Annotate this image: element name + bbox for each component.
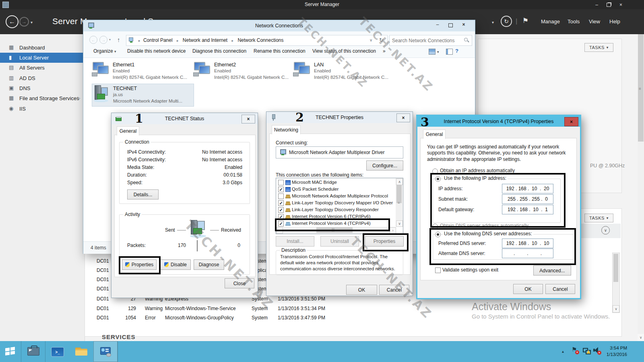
checkbox[interactable]: ✓: [278, 214, 284, 220]
properties-cancel-button[interactable]: Cancel: [379, 285, 409, 295]
explorer-minimize-button[interactable]: –: [432, 22, 443, 29]
radio-use-dns[interactable]: [435, 232, 441, 237]
menu-tools[interactable]: Tools: [568, 19, 580, 25]
connection-items-list[interactable]: Microsoft MAC Bridge ✓QoS Packet Schedul…: [276, 178, 403, 234]
scroll-down-button[interactable]: ∨: [613, 305, 619, 313]
sidebar-item-iis[interactable]: ◉IIS: [0, 104, 85, 114]
toolbar-rename-connection[interactable]: Rename this connection: [254, 48, 305, 54]
diagnose-button[interactable]: Diagnose: [194, 259, 224, 270]
sidebar-item-dns[interactable]: ▣DNS: [0, 83, 85, 93]
history-caret[interactable]: ▾: [109, 38, 111, 41]
ipv4-ok-button[interactable]: OK: [513, 284, 543, 294]
address-refresh-button[interactable]: ↻: [379, 37, 384, 43]
menu-manage[interactable]: Manage: [541, 19, 560, 25]
checkbox[interactable]: [278, 180, 284, 185]
subnet-mask-field[interactable]: 255 . 255 . 255 . 0: [502, 194, 553, 204]
alternate-dns-field[interactable]: . . .: [502, 249, 553, 258]
sidebar-item-file-storage[interactable]: ▦File and Storage Services▷: [0, 93, 85, 103]
tray-clock[interactable]: 3:54 PM 1/13/2016: [602, 345, 627, 358]
forward-button[interactable]: →: [19, 17, 29, 27]
toolbar-overflow[interactable]: »: [383, 48, 386, 54]
uninstall-button[interactable]: Uninstall: [320, 236, 359, 247]
taskbar-server-manager-button[interactable]: [21, 341, 45, 362]
help-icon[interactable]: ?: [455, 48, 458, 54]
default-gateway-field[interactable]: 192 . 168 . 10 . 1: [502, 205, 553, 214]
disable-button[interactable]: Disable: [160, 259, 191, 270]
list-item-ipv4[interactable]: ✓Internet Protocol Version 4 (TCP/IPv4): [276, 220, 395, 227]
ipv4-dialog-close-button[interactable]: ×: [564, 117, 578, 126]
scroll-right-button[interactable]: ›: [390, 227, 396, 234]
scroll-left-button[interactable]: ‹: [277, 227, 283, 234]
nav-dropdown-caret[interactable]: ▾: [31, 20, 33, 25]
tasks-button-events[interactable]: TASKS▾: [584, 214, 613, 222]
connection-technet[interactable]: TECHNET ja.us Microsoft Network Adapter …: [92, 84, 194, 107]
notifications-caret[interactable]: ▾: [492, 20, 494, 25]
list-item-qos[interactable]: ✓QoS Packet Scheduler: [276, 186, 395, 193]
status-close-button[interactable]: Close: [225, 278, 254, 288]
restore-button[interactable]: [603, 1, 615, 8]
refresh-button[interactable]: ↻: [501, 16, 512, 27]
explorer-forward-button[interactable]: →: [99, 36, 107, 44]
scroll-up-button[interactable]: ∧: [396, 179, 403, 185]
notifications-flag-button[interactable]: ⚑: [522, 16, 528, 25]
install-button[interactable]: Install...: [276, 236, 314, 247]
sidebar-item-dashboard[interactable]: ▦Dashboard: [0, 43, 85, 53]
sidebar-item-local-server[interactable]: ▮Local Server: [0, 53, 85, 63]
list-item-mac-bridge[interactable]: Microsoft MAC Bridge: [276, 179, 395, 186]
configure-button[interactable]: Configure...: [366, 160, 403, 171]
menu-view[interactable]: View: [589, 19, 600, 25]
properties-dialog-close-button[interactable]: ×: [396, 113, 410, 122]
view-caret[interactable]: ▾: [437, 50, 439, 54]
menu-help[interactable]: Help: [609, 19, 620, 25]
list-hscrollbar[interactable]: ‹ ||| ›: [276, 227, 396, 233]
crumb-network-internet[interactable]: Network and Internet: [183, 37, 227, 43]
back-button[interactable]: ←: [6, 15, 19, 28]
search-input[interactable]: [391, 37, 461, 44]
checkbox[interactable]: ✓: [278, 221, 284, 226]
radio-obtain-dns[interactable]: [432, 224, 438, 229]
explorer-close-button[interactable]: ×: [458, 22, 470, 29]
close-button[interactable]: ×: [615, 1, 627, 8]
crumb-network-connections[interactable]: Network Connections: [237, 37, 283, 43]
address-dropdown-caret[interactable]: ∨: [369, 38, 372, 42]
checkbox[interactable]: ✓: [278, 207, 284, 213]
advanced-button[interactable]: Advanced...: [533, 265, 571, 276]
list-item-multiplexor[interactable]: Microsoft Network Adapter Multiplexor Pr…: [276, 193, 395, 200]
up-button[interactable]: ↑: [117, 36, 120, 43]
toolbar-disable-device[interactable]: Disable this network device: [127, 48, 186, 54]
toolbar-view-status[interactable]: View status of this connection: [312, 48, 376, 54]
sidebar-item-ad-ds[interactable]: ▥AD DS: [0, 73, 85, 83]
connection-lan[interactable]: LAN Enabled Intel(R) 82574L Gigabit Netw…: [293, 60, 394, 82]
start-button[interactable]: [0, 341, 21, 362]
minimize-button[interactable]: –: [591, 1, 603, 8]
checkbox[interactable]: ✓: [278, 187, 284, 192]
status-dialog-close-button[interactable]: ×: [242, 115, 255, 123]
tray-volume-icon[interactable]: ×: [593, 347, 602, 356]
main-scrollbar[interactable]: ≡ ∨: [638, 34, 644, 341]
tab-general[interactable]: General: [117, 126, 139, 136]
list-item-lltd-mapper[interactable]: ✓Link-Layer Topology Discovery Mapper I/…: [276, 200, 395, 206]
radio-use-ip-label[interactable]: Use the following IP address:: [443, 175, 508, 181]
taskbar-explorer-button[interactable]: [69, 341, 93, 362]
organize-menu[interactable]: Organize ▾: [93, 48, 116, 54]
address-bar[interactable]: ▸ Control Panel ▸ Network and Internet ▸…: [126, 35, 388, 46]
list-vscrollbar[interactable]: ∧ ≡ ∨: [396, 178, 402, 226]
radio-use-dns-label[interactable]: Use the following DNS server addresses:: [443, 231, 533, 237]
validate-label[interactable]: Validate settings upon exit: [442, 267, 498, 273]
view-tiles-icon[interactable]: [429, 49, 436, 55]
explorer-maximize-button[interactable]: [445, 23, 456, 31]
preview-pane-icon[interactable]: [446, 49, 453, 55]
properties-ok-button[interactable]: OK: [346, 285, 377, 295]
explorer-back-button[interactable]: ←: [89, 36, 97, 44]
sidebar-item-all-servers[interactable]: ▤All Servers: [0, 63, 85, 73]
connection-ethernet1[interactable]: Ethernet1 Enabled Intel(R) 82574L Gigabi…: [92, 60, 192, 82]
tasks-button-top[interactable]: TASKS▾: [584, 43, 613, 52]
taskbar-active-window-button[interactable]: [93, 341, 118, 362]
scroll-down-button[interactable]: ∨: [638, 334, 644, 341]
tray-network-icon[interactable]: [583, 347, 592, 356]
radio-use-ip[interactable]: [435, 176, 441, 182]
tab-networking[interactable]: Networking: [272, 125, 301, 134]
connection-ethernet2[interactable]: Ethernet2 Enabled Intel(R) 82574L Gigabi…: [193, 60, 294, 82]
preferred-dns-field[interactable]: 192 . 168 . 10 . 10: [502, 239, 553, 248]
radio-obtain-ip[interactable]: [432, 169, 438, 174]
